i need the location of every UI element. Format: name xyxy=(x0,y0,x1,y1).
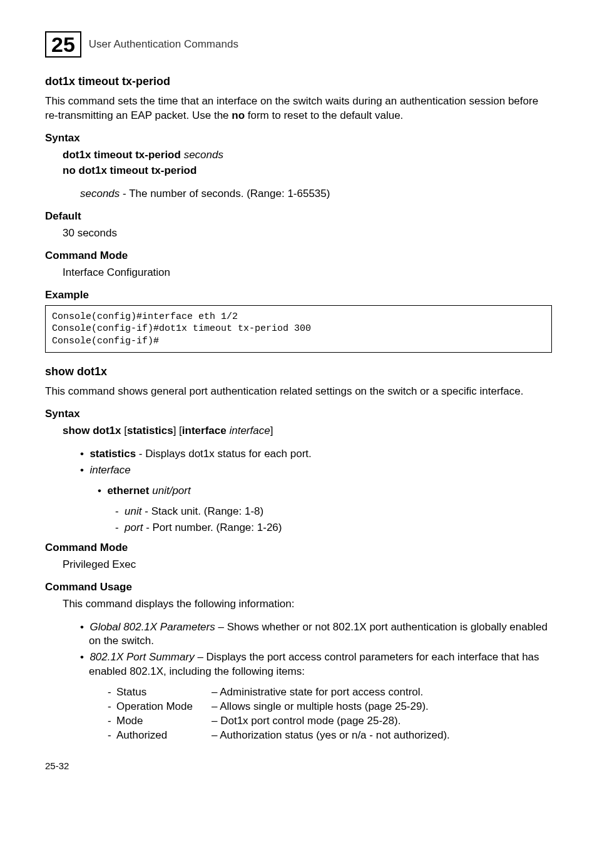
dash-status-desc: – Administrative state for port access c… xyxy=(212,685,552,700)
bullet-port-desc: - Port number. (Range: 1-26) xyxy=(143,522,282,533)
syntax-line-1: dot1x timeout tx-period seconds xyxy=(63,148,552,163)
syn-bracket-1: [ xyxy=(121,425,127,437)
bullet-unit-desc: - Stack unit. (Range: 1-8) xyxy=(142,505,264,517)
dash-icon: - xyxy=(108,714,116,729)
bullet-ethernet: • ethernet unit/port xyxy=(45,484,552,498)
chapter-title: User Authentication Commands xyxy=(89,38,238,51)
example-heading: Example xyxy=(45,289,552,301)
bullet-statistics-kw: statistics xyxy=(89,448,136,460)
param-name-seconds: seconds xyxy=(80,188,120,199)
syntax-line-show: show dot1x [statistics] [interface inter… xyxy=(63,424,552,438)
usage-summary-it: 802.1X Port Summary xyxy=(89,651,194,663)
syntax-bullet-list-lvl1: • statistics - Displays dot1x status for… xyxy=(45,447,552,478)
command-mode-heading: Command Mode xyxy=(45,250,552,262)
syntax-param-seconds: seconds - The number of seconds. (Range:… xyxy=(80,187,552,201)
desc-text-post: form to reset to the default value. xyxy=(245,109,403,121)
dash-icon: - xyxy=(108,700,116,714)
dash-mode: -Mode– Dot1x port control mode (page 25-… xyxy=(45,714,552,729)
page-content: 25 User Authentication Commands dot1x ti… xyxy=(0,0,597,796)
syntax-cmd-1: dot1x timeout tx-period xyxy=(63,149,184,161)
section-heading-dot1x-timeout: dot1x timeout tx-period xyxy=(45,75,552,88)
command-mode-value: Interface Configuration xyxy=(63,266,552,280)
default-value: 30 seconds xyxy=(63,226,552,241)
syntax-bullet-list-lvl2: • ethernet unit/port xyxy=(45,484,552,498)
syn-bracket-2: ] [ xyxy=(173,425,182,437)
usage-bullet-list: • Global 802.1X Parameters – Shows wheth… xyxy=(45,620,552,680)
section-description: This command sets the time that an inter… xyxy=(45,94,552,123)
bullet-unit: - unit - Stack unit. (Range: 1-8) xyxy=(45,505,552,519)
usage-bullet-summary: • 802.1X Port Summary – Displays the por… xyxy=(45,650,552,679)
command-mode-heading-2: Command Mode xyxy=(45,542,552,554)
dash-icon: - xyxy=(108,729,116,743)
bullet-statistics-desc: - Displays dot1x status for each port. xyxy=(136,448,312,460)
syn-show-dot1x: show dot1x xyxy=(63,425,121,437)
example-code-block: Console(config)#interface eth 1/2 Consol… xyxy=(45,305,552,353)
page-number: 25-32 xyxy=(45,760,552,771)
dash-opmode: -Operation Mode– Allows single or multip… xyxy=(45,700,552,714)
dash-mode-label: Mode xyxy=(116,714,212,729)
syn-interface-kw: interface xyxy=(182,425,227,437)
syntax-arg-seconds: seconds xyxy=(184,149,223,161)
dash-authorized-desc: – Authorization status (yes or n/a - not… xyxy=(212,729,552,743)
dash-status-label: Status xyxy=(116,685,212,700)
command-mode-value-2: Privileged Exec xyxy=(63,558,552,572)
syntax-heading-2: Syntax xyxy=(45,408,552,420)
default-heading: Default xyxy=(45,210,552,223)
syntax-bullet-list-lvl3: - unit - Stack unit. (Range: 1-8) - port… xyxy=(45,505,552,535)
command-usage-heading: Command Usage xyxy=(45,581,552,593)
dash-status: -Status– Administrative state for port a… xyxy=(45,685,552,700)
usage-global-it: Global 802.1X Parameters xyxy=(89,621,215,633)
usage-dash-list: -Status– Administrative state for port a… xyxy=(45,685,552,743)
syntax-cmd-2: no dot1x timeout tx-period xyxy=(63,164,196,176)
dash-opmode-label: Operation Mode xyxy=(116,700,212,714)
dash-icon: - xyxy=(108,685,116,700)
syn-statistics: statistics xyxy=(127,425,173,437)
syntax-heading: Syntax xyxy=(45,132,552,144)
bullet-interface: • interface xyxy=(45,463,552,478)
bullet-interface-it: interface xyxy=(89,464,130,476)
chapter-header: 25 User Authentication Commands xyxy=(45,31,552,58)
bullet-ethernet-unit: unit xyxy=(152,485,169,497)
bullet-statistics: • statistics - Displays dot1x status for… xyxy=(45,447,552,462)
desc-bold-no: no xyxy=(232,109,245,121)
dash-mode-desc: – Dot1x port control mode (page 25-28). xyxy=(212,714,552,729)
chapter-number-box: 25 xyxy=(45,31,81,58)
dash-opmode-desc: – Allows single or multiple hosts (page … xyxy=(212,700,552,714)
syn-bracket-3: ] xyxy=(270,425,273,437)
bullet-ethernet-kw: ethernet xyxy=(107,485,149,497)
syn-interface-arg: interface xyxy=(229,425,270,437)
bullet-port: - port - Port number. (Range: 1-26) xyxy=(45,521,552,535)
bullet-ethernet-port: port xyxy=(172,485,190,497)
bullet-unit-it: unit xyxy=(125,505,141,517)
syntax-line-2: no dot1x timeout tx-period xyxy=(63,164,552,178)
dash-authorized-label: Authorized xyxy=(116,729,212,743)
bullet-port-it: port xyxy=(125,522,143,533)
dash-authorized: -Authorized– Authorization status (yes o… xyxy=(45,729,552,743)
section-heading-show-dot1x: show dot1x xyxy=(45,365,552,378)
section-description-2: This command shows general port authenti… xyxy=(45,385,552,399)
command-usage-intro: This command displays the following info… xyxy=(63,597,552,612)
param-desc-seconds: - The number of seconds. (Range: 1-65535… xyxy=(120,188,330,199)
usage-bullet-global: • Global 802.1X Parameters – Shows wheth… xyxy=(45,620,552,649)
